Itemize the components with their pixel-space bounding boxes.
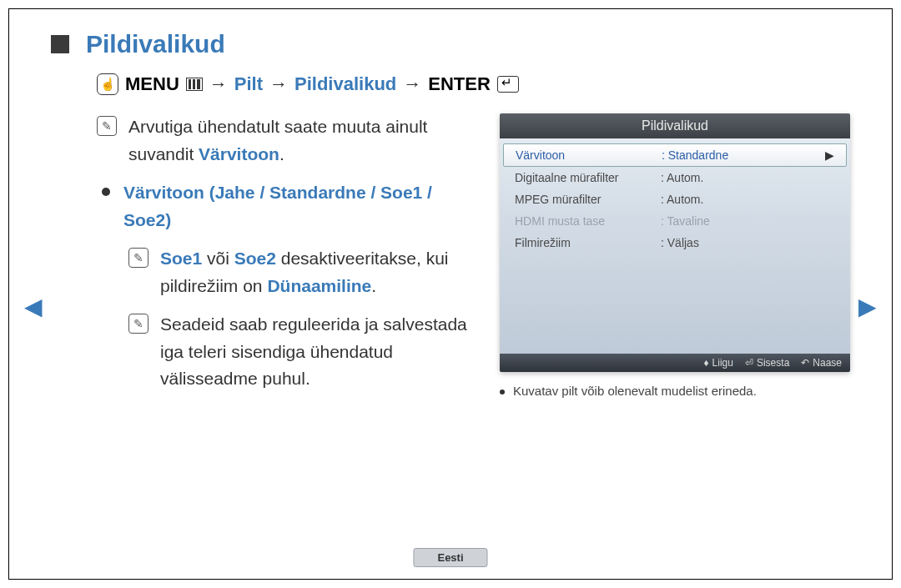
text: .	[279, 144, 284, 163]
osd-row-label: HDMI musta tase	[515, 214, 661, 228]
right-column: Pildivalikud Värvitoon: Standardne▶Digit…	[500, 113, 850, 405]
breadcrumb-sep: →	[403, 73, 421, 95]
breadcrumb-sep: →	[269, 73, 288, 95]
osd-row-value: : Tavaline	[661, 214, 835, 228]
osd-row-label: Filmirežiim	[515, 236, 661, 249]
bullet-text: Värvitoon (Jahe / Standardne / Soe1 / So…	[123, 179, 479, 234]
note-1: ✎ Arvutiga ühendatult saate muuta ainult…	[97, 113, 479, 168]
osd-row[interactable]: Digitaalne mürafilter: Autom.	[503, 167, 847, 188]
note-icon: ✎	[128, 314, 148, 334]
text-highlight: Dünaamiline	[267, 276, 371, 295]
osd-footer: ♦Liigu ⏎Sisesta ↶Naase	[500, 354, 850, 372]
breadcrumb-pildivalikud: Pildivalikud	[294, 73, 396, 95]
osd-row[interactable]: MPEG mürafilter: Autom.	[503, 188, 847, 210]
note-2: ✎ Soe1 või Soe2 desaktiveeritakse, kui p…	[128, 245, 479, 299]
title-row: Pildivalikud	[51, 30, 850, 58]
osd-caption: Kuvatav pilt võib olenevalt mudelist eri…	[500, 384, 850, 398]
osd-row-value: : Autom.	[661, 193, 835, 206]
text-highlight: Soe1	[160, 249, 202, 268]
chevron-right-icon: ▶	[825, 148, 834, 162]
osd-panel: Pildivalikud Värvitoon: Standardne▶Digit…	[500, 113, 850, 372]
square-bullet-icon	[51, 35, 69, 53]
bullet-icon	[102, 188, 110, 196]
osd-row[interactable]: HDMI musta tase: Tavaline	[503, 210, 847, 232]
return-icon: ↶	[801, 357, 809, 369]
osd-row-value: : Autom.	[661, 171, 835, 184]
breadcrumb-sep: →	[209, 73, 228, 95]
note-icon: ✎	[97, 116, 117, 136]
footer-enter: ⏎Sisesta	[745, 357, 789, 369]
enter-small-icon: ⏎	[745, 357, 753, 369]
footer-return-label: Naase	[813, 357, 842, 369]
osd-row[interactable]: Värvitoon: Standardne▶	[503, 143, 847, 167]
note-3: ✎ Seadeid saab reguleerida ja salvestada…	[128, 311, 479, 393]
enter-icon	[497, 76, 519, 93]
hand-icon: ☝	[97, 73, 118, 95]
footer-move-label: Liigu	[712, 357, 733, 369]
osd-row-label: Värvitoon	[516, 148, 662, 162]
updown-icon: ♦	[703, 357, 708, 369]
footer-enter-label: Sisesta	[757, 357, 789, 369]
osd-title: Pildivalikud	[500, 113, 850, 138]
breadcrumb-pilt: Pilt	[234, 73, 263, 95]
footer-return: ↶Naase	[801, 357, 842, 369]
note-3-text: Seadeid saab reguleerida ja salvestada i…	[160, 311, 479, 393]
text: või	[202, 249, 234, 268]
two-column-layout: ✎ Arvutiga ühendatult saate muuta ainult…	[97, 113, 850, 405]
caption-bullet-icon	[500, 389, 505, 395]
text: .	[371, 276, 376, 295]
breadcrumb-enter: ENTER	[428, 73, 491, 95]
left-column: ✎ Arvutiga ühendatult saate muuta ainult…	[97, 113, 479, 405]
note-1-text: Arvutiga ühendatult saate muuta ainult s…	[128, 113, 479, 168]
osd-body: Värvitoon: Standardne▶Digitaalne mürafil…	[500, 138, 850, 354]
note-icon: ✎	[128, 248, 148, 268]
text-highlight: Värvitoon	[199, 144, 279, 163]
breadcrumb-menu: MENU	[125, 73, 179, 95]
osd-row-value: : Standardne	[662, 148, 825, 162]
osd-row-value: : Väljas	[661, 236, 835, 249]
note-2-text: Soe1 või Soe2 desaktiveeritakse, kui pil…	[160, 245, 479, 299]
nav-next-arrow[interactable]: ▶	[858, 293, 877, 320]
osd-row-label: MPEG mürafilter	[515, 193, 661, 206]
page-title: Pildivalikud	[86, 30, 225, 58]
caption-text: Kuvatav pilt võib olenevalt mudelist eri…	[513, 384, 757, 398]
osd-row[interactable]: Filmirežiim: Väljas	[503, 232, 847, 254]
bullet-item: Värvitoon (Jahe / Standardne / Soe1 / So…	[97, 179, 479, 234]
text-highlight: Soe2	[234, 249, 276, 268]
language-badge: Eesti	[413, 548, 487, 567]
nav-prev-arrow[interactable]: ◀	[24, 293, 43, 320]
menu-grid-icon	[186, 78, 203, 91]
content: Pildivalikud ☝ MENU → Pilt → Pildivaliku…	[51, 30, 850, 405]
footer-move: ♦Liigu	[703, 357, 732, 369]
breadcrumb: ☝ MENU → Pilt → Pildivalikud → ENTER	[97, 73, 850, 95]
osd-row-label: Digitaalne mürafilter	[515, 171, 661, 184]
page-frame: Pildivalikud ☝ MENU → Pilt → Pildivaliku…	[8, 8, 893, 580]
